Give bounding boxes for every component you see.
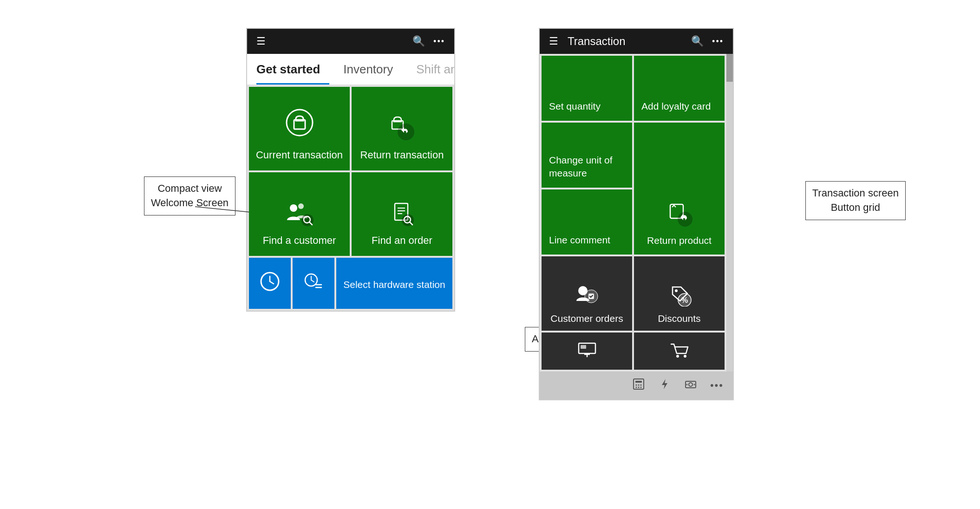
tile-set-quantity[interactable]: Set quantity (542, 56, 632, 121)
tile-current-transaction-label: Current transaction (256, 149, 343, 162)
find-order-icon (388, 200, 416, 228)
svg-point-51 (686, 384, 687, 385)
bag-return-icon (388, 114, 416, 142)
svg-point-40 (684, 355, 686, 358)
tab-shift[interactable]: Shift and (416, 54, 455, 85)
return-product-label: Return product (647, 235, 712, 246)
svg-point-50 (689, 383, 693, 386)
svg-point-47 (638, 386, 639, 388)
find-customer-icon (283, 200, 316, 228)
page-container: Compact view Welcome Screen ☰ 🔍 ••• Get … (0, 0, 980, 509)
tile-display[interactable] (542, 333, 632, 370)
left-phone-screen: ☰ 🔍 ••• Get started Inventory Shift and (246, 28, 455, 312)
more-icon-right[interactable]: ••• (712, 37, 724, 46)
more-icon-left[interactable]: ••• (433, 37, 445, 46)
bottom-row: Select hardware station (247, 258, 454, 311)
partial-tile-row (540, 333, 733, 372)
right-phone-header: ☰ Transaction 🔍 ••• (540, 29, 733, 54)
hamburger-icon-left[interactable]: ☰ (256, 35, 266, 47)
tile-add-loyalty-card[interactable]: Add loyalty card (634, 56, 725, 121)
tile-cart[interactable] (634, 333, 725, 370)
hamburger-icon-right[interactable]: ☰ (549, 35, 558, 47)
customer-orders-label: Customer orders (550, 313, 623, 324)
welcome-tile-grid: Current transaction Return transaction (247, 85, 454, 258)
tile-clock-list[interactable] (293, 258, 334, 309)
svg-point-45 (640, 384, 641, 385)
svg-point-6 (298, 203, 304, 209)
left-section: Compact view Welcome Screen ☰ 🔍 ••• Get … (246, 28, 455, 312)
discounts-label: Discounts (658, 313, 700, 324)
tile-clock[interactable] (249, 258, 291, 309)
tile-customer-orders[interactable]: Customer orders (542, 256, 632, 331)
line-comment-label: Line comment (549, 234, 610, 246)
customer-orders-icon (574, 283, 601, 308)
tile-find-customer[interactable]: Find a customer (249, 172, 350, 256)
display-icon (577, 342, 597, 360)
lightning-icon[interactable] (658, 378, 671, 394)
tab-get-started[interactable]: Get started (256, 54, 329, 85)
tile-find-customer-label: Find a customer (263, 234, 336, 248)
right-tile-row3: Customer orders % (540, 256, 733, 333)
svg-point-46 (635, 386, 637, 388)
discounts-icon: % (666, 283, 693, 308)
clock-list-icon (304, 272, 323, 295)
tile-return-transaction-label: Return transaction (360, 149, 444, 162)
header-icons-right: 🔍 ••• (412, 35, 445, 47)
tile-current-transaction[interactable]: Current transaction (249, 87, 350, 170)
change-unit-label: Change unit ofmeasure (549, 154, 613, 179)
svg-point-32 (675, 289, 678, 292)
svg-point-39 (676, 355, 679, 358)
clock-icon (260, 272, 280, 295)
tile-discounts[interactable]: % Discounts (634, 256, 725, 331)
svg-point-43 (635, 384, 637, 385)
set-quantity-label: Set quantity (549, 100, 601, 112)
money-icon[interactable] (684, 378, 697, 394)
tile-find-order-label: Find an order (372, 234, 432, 248)
svg-point-52 (693, 384, 695, 385)
svg-point-28 (678, 212, 693, 227)
scrollbar[interactable] (726, 54, 733, 372)
more-dots-icon[interactable]: ••• (710, 379, 724, 392)
svg-line-19 (270, 281, 274, 284)
svg-point-4 (398, 124, 414, 140)
right-phone-screen: ☰ Transaction 🔍 ••• Set quantity (539, 28, 734, 400)
calculator-icon[interactable] (632, 378, 645, 394)
svg-point-44 (638, 384, 639, 385)
bag-icon (286, 109, 314, 142)
compact-view-annotation: Compact view Welcome Screen (144, 176, 235, 215)
svg-rect-38 (581, 345, 586, 349)
tile-return-product[interactable]: Return product (634, 123, 725, 254)
add-loyalty-card-label: Add loyalty card (641, 100, 711, 112)
tile-find-order[interactable]: Find an order (352, 172, 452, 256)
select-hardware-station-label: Select hardware station (343, 279, 445, 290)
tab-inventory[interactable]: Inventory (343, 54, 402, 85)
tile-return-transaction[interactable]: Return transaction (352, 87, 452, 170)
tile-change-unit[interactable]: Change unit ofmeasure (542, 123, 632, 188)
nav-tabs: Get started Inventory Shift and (247, 54, 454, 85)
svg-point-48 (640, 386, 641, 388)
svg-line-22 (311, 280, 314, 282)
svg-rect-42 (635, 381, 642, 383)
right-header-icons: 🔍 ••• (691, 35, 724, 47)
transaction-title: Transaction (568, 35, 682, 48)
left-phone-header: ☰ 🔍 ••• (247, 29, 454, 54)
tile-select-hardware-station[interactable]: Select hardware station (336, 258, 452, 309)
svg-point-1 (287, 110, 313, 136)
right-tile-row1-2: Set quantity Add loyalty card Change uni… (540, 54, 733, 256)
svg-point-5 (290, 204, 297, 212)
svg-text:%: % (681, 296, 688, 304)
search-icon-right[interactable]: 🔍 (691, 35, 704, 47)
right-section: Transaction screen Button grid Actions m… (539, 28, 734, 400)
scrollbar-thumb[interactable] (726, 54, 733, 82)
tile-line-comment[interactable]: Line comment (542, 189, 632, 254)
transaction-screen-annotation: Transaction screen Button grid (805, 181, 906, 220)
cart-icon (669, 342, 690, 360)
action-bar: ••• (540, 372, 733, 399)
search-icon-left[interactable]: 🔍 (412, 35, 425, 47)
right-grid-wrapper: Set quantity Add loyalty card Change uni… (540, 54, 733, 372)
return-product-icon (666, 201, 693, 230)
